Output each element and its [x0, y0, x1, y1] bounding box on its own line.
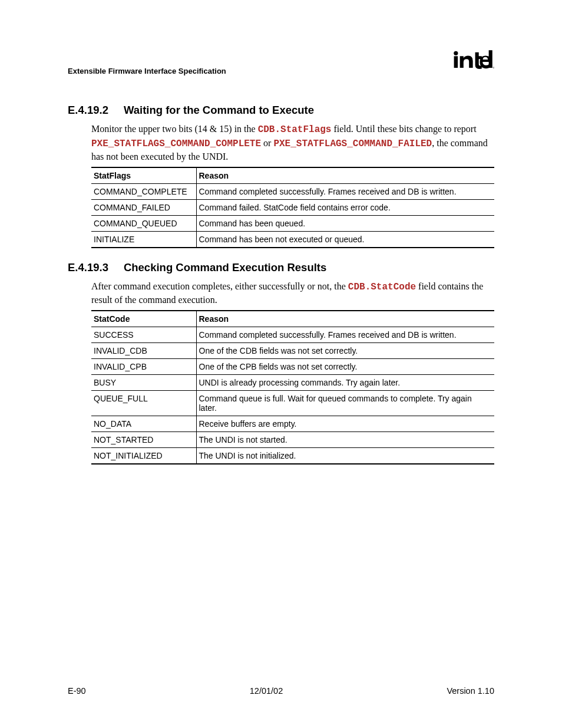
footer-page-number: E-90 [68, 686, 86, 696]
cell-statcode: NO_DATA [91, 416, 196, 431]
table-header-row: StatFlags Reason [91, 167, 494, 184]
page: Extensible Firmware Interface Specificat… [0, 0, 562, 728]
statflags-table: StatFlags Reason COMMAND_COMPLETECommand… [91, 167, 494, 248]
footer-version: Version 1.10 [447, 686, 494, 696]
header-title: Extensible Firmware Interface Specificat… [68, 67, 226, 75]
table-row: NOT_STARTEDThe UNDI is not started. [91, 431, 494, 447]
svg-point-1 [454, 51, 458, 55]
code-cdb-statflags: CDB.StatFlags [258, 124, 332, 135]
table-row: INITIALIZECommand has been not executed … [91, 231, 494, 248]
page-header: Extensible Firmware Interface Specificat… [68, 50, 494, 75]
section1-paragraph: Monitor the upper two bits (14 & 15) in … [91, 123, 494, 163]
cell-statflag: COMMAND_FAILED [91, 199, 196, 215]
section-heading-waiting: E.4.19.2Waiting for the Command to Execu… [68, 104, 494, 117]
section-number: E.4.19.3 [68, 261, 108, 274]
cell-reason: One of the CPB fields was not set correc… [196, 358, 494, 374]
cell-reason: Command completed successfully. Frames r… [196, 327, 494, 342]
section-title: Waiting for the Command to Execute [124, 104, 314, 116]
cell-statcode: NOT_STARTED [91, 431, 196, 447]
section-number: E.4.19.2 [68, 104, 108, 117]
cell-reason: Receive buffers are empty. [196, 416, 494, 431]
cell-statcode: QUEUE_FULL [91, 390, 196, 416]
section-title: Checking Command Execution Results [124, 261, 326, 274]
table-row: SUCCESSCommand completed successfully. F… [91, 327, 494, 342]
cell-reason: Command has been queued. [196, 215, 494, 231]
section2-paragraph: After command execution completes, eithe… [91, 280, 494, 307]
cell-reason: The UNDI is not started. [196, 431, 494, 447]
cell-statflag: COMMAND_QUEUED [91, 215, 196, 231]
col-header-statflags: StatFlags [91, 167, 196, 184]
table-row: COMMAND_QUEUEDCommand has been queued. [91, 215, 494, 231]
code-pxe-failed: PXE_STATFLAGS_COMMAND_FAILED [273, 139, 432, 149]
cell-statcode: INVALID_CPB [91, 358, 196, 374]
col-header-statcode: StatCode [91, 311, 196, 327]
svg-point-3 [493, 67, 494, 68]
text: Monitor the upper two bits (14 & 15) in … [91, 124, 258, 134]
cell-reason: Command failed. StatCode field contains … [196, 199, 494, 215]
table-row: INVALID_CDBOne of the CDB fields was not… [91, 342, 494, 358]
table-row: INVALID_CPBOne of the CPB fields was not… [91, 358, 494, 374]
text: field. Until these bits change to report [331, 124, 476, 134]
cell-statflag: COMMAND_COMPLETE [91, 183, 196, 199]
cell-statcode: SUCCESS [91, 327, 196, 342]
section-heading-checking: E.4.19.3Checking Command Execution Resul… [68, 261, 494, 274]
text: After command execution completes, eithe… [91, 281, 348, 291]
code-cdb-statcode: CDB.StatCode [348, 282, 416, 292]
cell-reason: UNDI is already processing commands. Try… [196, 374, 494, 390]
text: or [261, 138, 273, 148]
table-row: NOT_INITIALIZEDThe UNDI is not initializ… [91, 447, 494, 464]
page-footer: E-90 12/01/02 Version 1.10 [68, 686, 494, 696]
cell-statcode: NOT_INITIALIZED [91, 447, 196, 464]
cell-reason: Command queue is full. Wait for queued c… [196, 390, 494, 416]
col-header-reason: Reason [196, 311, 494, 327]
cell-statflag: INITIALIZE [91, 231, 196, 248]
table-row: BUSYUNDI is already processing commands.… [91, 374, 494, 390]
statcode-table: StatCode Reason SUCCESSCommand completed… [91, 310, 494, 465]
table-row: COMMAND_COMPLETECommand completed succes… [91, 183, 494, 199]
footer-date: 12/01/02 [250, 686, 283, 696]
cell-reason: Command completed successfully. Frames r… [196, 183, 494, 199]
intel-logo [452, 50, 494, 75]
code-pxe-complete: PXE_STATFLAGS_COMMAND_COMPLETE [91, 139, 261, 149]
cell-reason: The UNDI is not initialized. [196, 447, 494, 464]
col-header-reason: Reason [196, 167, 494, 184]
cell-statcode: INVALID_CDB [91, 342, 196, 358]
table-row: NO_DATAReceive buffers are empty. [91, 416, 494, 431]
cell-statcode: BUSY [91, 374, 196, 390]
table-header-row: StatCode Reason [91, 311, 494, 327]
cell-reason: Command has been not executed or queued. [196, 231, 494, 248]
svg-rect-0 [454, 56, 458, 68]
table-row: QUEUE_FULLCommand queue is full. Wait fo… [91, 390, 494, 416]
table-row: COMMAND_FAILEDCommand failed. StatCode f… [91, 199, 494, 215]
svg-rect-2 [489, 50, 492, 68]
cell-reason: One of the CDB fields was not set correc… [196, 342, 494, 358]
